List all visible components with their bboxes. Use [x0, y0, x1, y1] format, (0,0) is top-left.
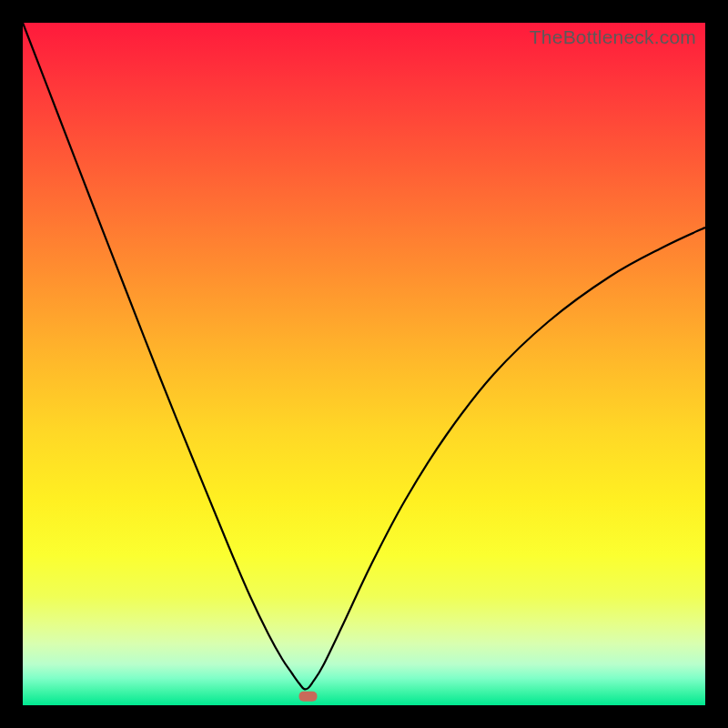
- min-marker: [299, 692, 318, 702]
- plot-area: TheBottleneck.com: [23, 23, 705, 705]
- chart-frame: TheBottleneck.com: [0, 0, 728, 728]
- bottleneck-curve: [23, 23, 705, 690]
- curve-layer: [23, 23, 705, 705]
